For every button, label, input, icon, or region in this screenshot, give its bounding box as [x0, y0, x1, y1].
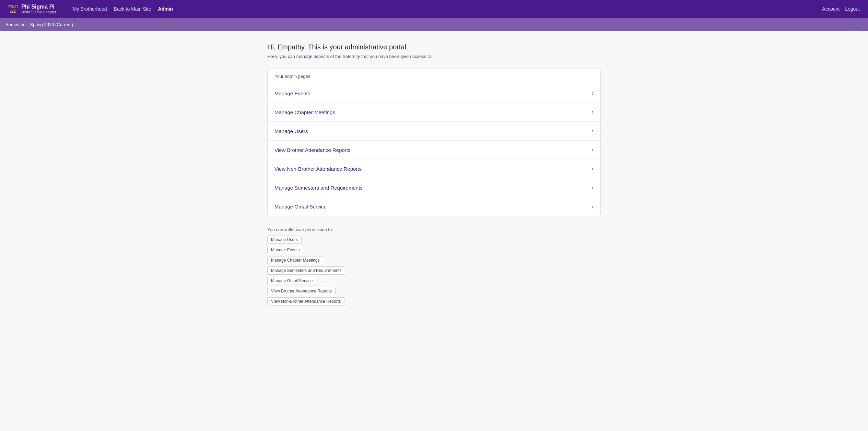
menu-item-manage-events-label: Manage Events	[274, 91, 310, 96]
menu-item-view-brother-attendance-label: View Brother Attendance Reports	[274, 147, 351, 153]
semester-bar: Semester: Spring 2023 (Current) ⌄	[0, 18, 868, 31]
logo-title: Phi Sigma Pi	[21, 4, 56, 10]
header-left: ΦΣΠ ΔΣ Phi Sigma Pi Delta Sigma Chapter …	[8, 4, 173, 14]
permission-badge-manage-chapter-meetings: Manage Chapter Meetings	[267, 256, 323, 264]
permission-badge-manage-users: Manage Users	[267, 236, 302, 244]
menu-item-manage-chapter-meetings-label: Manage Chapter Meetings	[274, 109, 335, 115]
semester-dropdown-wrapper: Spring 2023 (Current) ⌄	[30, 22, 863, 27]
logo-area: ΦΣΠ ΔΣ Phi Sigma Pi Delta Sigma Chapter	[8, 4, 56, 14]
greeting-subtitle-highlight: manage	[296, 54, 313, 59]
chevron-right-icon-meetings: ›	[592, 109, 594, 115]
permission-badge-manage-semesters: Manage Semesters and Requirements	[267, 266, 345, 275]
semester-label: Semester:	[5, 22, 26, 27]
logo-text: Phi Sigma Pi Delta Sigma Chapter	[21, 4, 56, 14]
admin-card: Your admin pages: Manage Events › Manage…	[267, 69, 601, 216]
greeting-subtitle: Here, you can manage aspects of the frat…	[267, 54, 601, 59]
menu-item-manage-events[interactable]: Manage Events ›	[268, 84, 600, 103]
menu-item-manage-users[interactable]: Manage Users ›	[268, 122, 600, 141]
main-content: Hi, Empathy. This is your administrative…	[259, 31, 609, 318]
permissions-label: You currently have permission to:	[267, 227, 601, 232]
permission-badge-view-non-brother-attendance: View Non-Brother Attendance Reports	[267, 297, 344, 306]
permissions-section: You currently have permission to: Manage…	[267, 227, 601, 306]
menu-item-manage-users-label: Manage Users	[274, 128, 308, 134]
account-link[interactable]: Account	[822, 6, 840, 12]
menu-item-manage-chapter-meetings[interactable]: Manage Chapter Meetings ›	[268, 103, 600, 122]
chevron-right-icon-events: ›	[592, 90, 594, 96]
nav-admin[interactable]: Admin	[158, 6, 173, 12]
greeting-subtitle-suffix: aspects of the fraternity that you have …	[313, 54, 433, 59]
greeting-subtitle-prefix: Here, you can	[267, 54, 296, 59]
menu-item-manage-semesters-label: Manage Semesters and Requirements	[274, 185, 363, 191]
logo-greek-bottom: ΔΣ	[10, 9, 16, 14]
chevron-right-icon-users: ›	[592, 128, 594, 134]
chevron-right-icon-semesters: ›	[592, 184, 594, 191]
greeting-title: Hi, Empathy. This is your administrative…	[267, 43, 601, 51]
chevron-right-icon-gmail: ›	[592, 203, 594, 209]
menu-item-view-non-brother-attendance-label: View Non-Brother Attendance Reports	[274, 166, 362, 172]
menu-item-manage-gmail-label: Manage Gmail Service	[274, 204, 327, 209]
header-right: Account Logout	[822, 6, 860, 12]
menu-item-manage-gmail[interactable]: Manage Gmail Service ›	[268, 197, 600, 216]
header: ΦΣΠ ΔΣ Phi Sigma Pi Delta Sigma Chapter …	[0, 0, 868, 18]
logo-icon: ΦΣΠ ΔΣ	[8, 4, 18, 14]
chevron-right-icon-non-brother-attendance: ›	[592, 166, 594, 172]
permissions-badges: Manage Users Manage Events Manage Chapte…	[267, 236, 601, 306]
menu-item-view-non-brother-attendance[interactable]: View Non-Brother Attendance Reports ›	[268, 159, 600, 178]
permission-badge-manage-events: Manage Events	[267, 246, 303, 254]
menu-item-view-brother-attendance[interactable]: View Brother Attendance Reports ›	[268, 141, 600, 159]
logo-subtitle: Delta Sigma Chapter	[21, 10, 56, 14]
permission-badge-view-brother-attendance: View Brother Attendance Reports	[267, 287, 336, 295]
logout-link[interactable]: Logout	[845, 6, 860, 12]
nav-back-to-main[interactable]: Back to Main Site	[114, 6, 151, 12]
permission-badge-manage-gmail: Manage Gmail Service	[267, 277, 316, 285]
logo-greek-top: ΦΣΠ	[8, 4, 18, 9]
main-nav: My Brotherhood Back to Main Site Admin	[73, 6, 173, 12]
menu-item-manage-semesters[interactable]: Manage Semesters and Requirements ›	[268, 178, 600, 197]
semester-select[interactable]: Spring 2023 (Current)	[30, 22, 863, 27]
admin-card-header: Your admin pages:	[268, 69, 600, 84]
chevron-right-icon-brother-attendance: ›	[592, 147, 594, 153]
nav-my-brotherhood[interactable]: My Brotherhood	[73, 6, 107, 12]
